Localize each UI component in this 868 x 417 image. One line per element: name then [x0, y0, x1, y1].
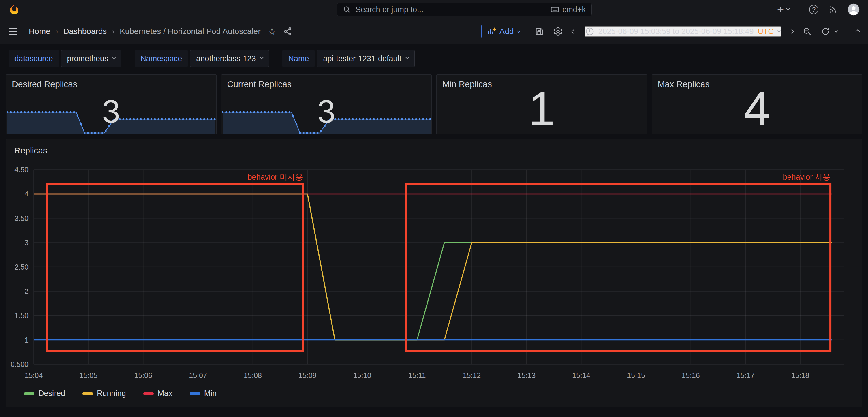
- legend-item-max[interactable]: Max: [143, 389, 173, 398]
- chevron-down-icon: [405, 55, 409, 59]
- add-panel-button[interactable]: Add: [481, 25, 525, 38]
- legend-label: Desired: [38, 389, 65, 398]
- help-button[interactable]: ?: [809, 5, 818, 14]
- variable-name-label: Name: [282, 50, 315, 67]
- svg-text:1: 1: [25, 336, 29, 344]
- save-icon: [535, 27, 544, 36]
- menu-toggle-button[interactable]: [9, 28, 17, 35]
- svg-text:4: 4: [25, 190, 29, 198]
- chart-legend: DesiredRunningMaxMin: [6, 387, 862, 398]
- variable-datasource: datasource prometheus: [9, 50, 121, 67]
- search-placeholder: Search or jump to...: [355, 5, 424, 14]
- zoom-out-time-button[interactable]: [803, 27, 812, 36]
- clock-icon: [585, 27, 594, 36]
- svg-text:15:18: 15:18: [791, 372, 809, 380]
- save-dashboard-button[interactable]: [535, 27, 544, 36]
- panel-max-replicas[interactable]: Max Replicas 4: [652, 74, 863, 134]
- variable-name-select[interactable]: api-tester-1231-default: [317, 50, 415, 67]
- time-range-picker[interactable]: 2025-06-09 15:03:59 to 2025-06-09 15:18:…: [585, 26, 781, 37]
- refresh-icon: [821, 27, 830, 36]
- annotation-label: behavior 사용: [783, 173, 830, 182]
- legend-label: Max: [158, 389, 173, 398]
- annotation-region: [406, 184, 831, 351]
- variable-namespace: Namespace anotherclass-123: [135, 50, 269, 67]
- chevron-down-icon: [777, 29, 781, 33]
- svg-text:15:11: 15:11: [408, 372, 426, 380]
- time-shift-back-button[interactable]: [572, 30, 575, 33]
- keyboard-shortcut-hint: cmd+k: [551, 5, 586, 14]
- breadcrumb-separator: ›: [56, 27, 58, 36]
- stat-value: 1: [437, 85, 647, 133]
- chevron-down-icon: [517, 29, 521, 33]
- dashboard-settings-button[interactable]: [553, 27, 563, 36]
- chevron-down-icon: [786, 7, 790, 10]
- panel-current-replicas[interactable]: Current Replicas 3: [221, 74, 432, 134]
- svg-text:15:13: 15:13: [518, 372, 536, 380]
- user-avatar[interactable]: [847, 3, 860, 16]
- search-icon: [343, 5, 351, 13]
- grafana-logo[interactable]: [8, 3, 20, 15]
- svg-text:15:10: 15:10: [353, 372, 371, 380]
- svg-text:2.50: 2.50: [14, 263, 29, 271]
- legend-item-desired[interactable]: Desired: [24, 389, 65, 398]
- breadcrumb: Home › Dashboards › Kubernetes / Horizon…: [29, 27, 261, 36]
- legend-swatch: [190, 392, 200, 395]
- time-shift-forward-button[interactable]: [790, 30, 793, 33]
- svg-text:15:14: 15:14: [572, 372, 590, 380]
- variable-namespace-label: Namespace: [135, 50, 188, 67]
- keyboard-icon: [551, 5, 559, 14]
- svg-text:2: 2: [25, 287, 29, 295]
- help-icon: ?: [809, 5, 818, 14]
- share-icon: [283, 27, 292, 36]
- replicas-timeseries-chart[interactable]: 4.5043.5032.5021.5010.50015:0415:0515:06…: [6, 159, 862, 387]
- variable-datasource-select[interactable]: prometheus: [61, 50, 122, 67]
- panel-title: Replicas: [6, 144, 862, 159]
- legend-swatch: [24, 392, 34, 395]
- variable-namespace-select[interactable]: anotherclass-123: [190, 50, 269, 67]
- news-button[interactable]: [828, 5, 837, 14]
- chevron-up-icon: [856, 29, 860, 34]
- svg-text:15:04: 15:04: [25, 372, 43, 380]
- legend-item-running[interactable]: Running: [83, 389, 126, 398]
- legend-label: Min: [204, 389, 217, 398]
- legend-swatch: [143, 392, 154, 395]
- svg-text:1.50: 1.50: [14, 312, 29, 320]
- chevron-left-icon: [571, 29, 576, 34]
- refresh-button[interactable]: [821, 27, 837, 36]
- legend-item-min[interactable]: Min: [190, 389, 217, 398]
- variable-datasource-label: datasource: [9, 50, 59, 67]
- breadcrumb-separator: ›: [112, 27, 115, 36]
- breadcrumb-dashboards[interactable]: Dashboards: [63, 27, 107, 36]
- breadcrumb-current-dashboard: Kubernetes / Horizontal Pod Autoscaler: [120, 27, 261, 36]
- legend-label: Running: [97, 389, 126, 398]
- panel-replicas: Replicas 4.5043.5032.5021.5010.50015:041…: [6, 139, 862, 407]
- plus-icon: +: [777, 5, 784, 14]
- refresh-interval-dropdown[interactable]: [834, 29, 838, 33]
- time-range-text: 2025-06-09 15:03:59 to 2025-06-09 15:18:…: [598, 27, 754, 36]
- add-panel-label: Add: [499, 27, 514, 36]
- stat-value: 4: [652, 85, 862, 133]
- favorite-button[interactable]: ☆: [268, 27, 276, 36]
- panel-desired-replicas[interactable]: Desired Replicas 3: [6, 74, 217, 134]
- search-input[interactable]: Search or jump to... cmd+k: [337, 3, 592, 16]
- panel-min-replicas[interactable]: Min Replicas 1: [436, 74, 647, 134]
- share-button[interactable]: [283, 27, 292, 36]
- zoom-out-icon: [803, 27, 812, 36]
- svg-text:4.50: 4.50: [14, 165, 29, 173]
- timezone-label: UTC: [758, 27, 774, 36]
- collapse-toolbar-button[interactable]: [856, 30, 859, 33]
- variable-name: Name api-tester-1231-default: [282, 50, 415, 67]
- chevron-right-icon: [789, 29, 794, 34]
- top-navbar: Search or jump to... cmd+k + ?: [0, 0, 868, 19]
- breadcrumb-home[interactable]: Home: [29, 27, 51, 36]
- svg-text:15:15: 15:15: [627, 372, 645, 380]
- legend-swatch: [83, 392, 93, 395]
- svg-text:15:07: 15:07: [189, 372, 207, 380]
- svg-text:15:06: 15:06: [134, 372, 152, 380]
- chevron-down-icon: [112, 55, 116, 59]
- dashboard-toolbar: Home › Dashboards › Kubernetes / Horizon…: [0, 19, 868, 44]
- new-menu-button[interactable]: +: [777, 5, 789, 14]
- svg-text:15:08: 15:08: [244, 372, 262, 380]
- stat-value: 3: [6, 95, 216, 128]
- svg-text:15:12: 15:12: [463, 372, 481, 380]
